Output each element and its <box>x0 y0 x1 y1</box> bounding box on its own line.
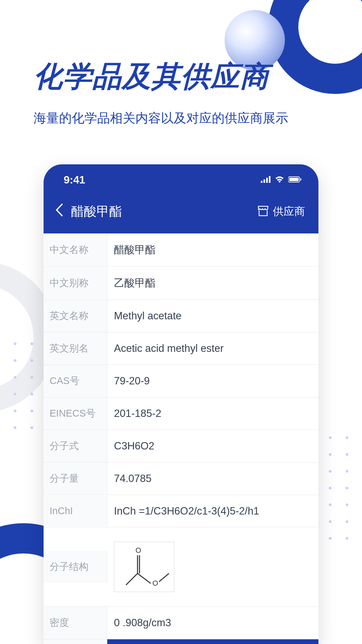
svg-line-7 <box>126 574 138 585</box>
header-section: 化学品及其供应商 海量的化学品相关内容以及对应的供应商展示 <box>0 0 362 127</box>
table-row: EINECS号 201-185-2 <box>44 397 318 430</box>
detail-value-melting: -98℃ <box>107 640 318 644</box>
page-subtitle: 海量的化学品相关内容以及对应的供应商展示 <box>34 110 328 127</box>
detail-label-cas: CAS号 <box>44 365 107 397</box>
detail-label-einecs: EINECS号 <box>44 397 107 430</box>
table-row: 分子量 74.0785 <box>44 463 318 495</box>
table-row: 密度 0 .908g/cm3 <box>44 607 318 639</box>
detail-value-english-name: Methyl acetate <box>107 301 318 331</box>
table-row: CAS号 79-20-9 <box>44 365 318 397</box>
detail-value-chinese-name: 醋酸甲酯 <box>107 233 318 266</box>
detail-value-weight: 74.0785 <box>107 463 318 494</box>
molecule-structure-image: O O <box>114 542 174 592</box>
svg-rect-2 <box>266 178 268 183</box>
detail-label-chinese-alias: 中文别称 <box>44 267 107 299</box>
detail-label-inchi: InChI <box>44 496 107 526</box>
detail-value-chinese-alias: 乙酸甲酯 <box>107 267 318 300</box>
detail-value-formula: C3H6O2 <box>107 431 318 462</box>
detail-label-structure: 分子结构 <box>44 551 107 583</box>
detail-label-formula: 分子式 <box>44 430 107 462</box>
detail-label-melting: 熔点 <box>44 639 107 644</box>
table-row: InChI InCh =1/C3H6O2/c1-3(4)5-2/h1 <box>44 495 318 527</box>
shop-icon <box>257 206 269 218</box>
table-row: 分子结构 O O <box>44 527 318 607</box>
nav-left: 醋酸甲酯 <box>55 203 122 220</box>
status-icons <box>261 176 302 184</box>
table-row: 英文名称 Methyl acetate <box>44 300 318 332</box>
svg-text:O: O <box>135 546 141 554</box>
svg-line-12 <box>159 574 169 582</box>
table-row: 熔点 -98℃ <box>44 639 318 644</box>
detail-value-inchi: InCh =1/C3H6O2/c1-3(4)5-2/h1 <box>107 496 318 527</box>
svg-rect-3 <box>269 176 270 183</box>
status-time: 9:41 <box>64 174 85 186</box>
svg-text:O: O <box>153 579 158 587</box>
svg-rect-5 <box>289 178 299 181</box>
detail-label-weight: 分子量 <box>44 463 107 495</box>
detail-value-structure: O O <box>107 527 318 606</box>
table-row: 分子式 C3H6O2 <box>44 430 318 463</box>
detail-value-english-alias: Acetic acid methyl ester <box>107 333 318 364</box>
detail-label-density: 密度 <box>44 607 107 639</box>
nav-title: 醋酸甲酯 <box>71 203 122 220</box>
battery-icon <box>288 176 302 184</box>
table-row: 中文别称 乙酸甲酯 <box>44 267 318 300</box>
signal-icon <box>261 176 271 184</box>
wifi-icon <box>275 176 284 184</box>
detail-label-english-name: 英文名称 <box>44 300 107 332</box>
svg-rect-0 <box>261 181 262 183</box>
status-bar: 9:41 <box>44 164 318 190</box>
detail-label-english-alias: 英文别名 <box>44 332 107 365</box>
table-row: 英文别名 Acetic acid methyl ester <box>44 332 318 365</box>
svg-line-10 <box>137 574 150 584</box>
phone-mockup: 9:41 <box>44 164 318 644</box>
detail-table: 中文名称 醋酸甲酯 中文别称 乙酸甲酯 英文名称 Methyl acetate … <box>44 233 318 639</box>
supplier-button[interactable]: 供应商 <box>257 204 305 219</box>
page-title: 化学品及其供应商 <box>34 57 328 96</box>
nav-bar: 醋酸甲酯 供应商 <box>44 190 318 233</box>
supplier-label: 供应商 <box>273 204 305 219</box>
svg-rect-6 <box>300 178 301 180</box>
detail-value-einecs: 201-185-2 <box>107 398 318 429</box>
table-row: 中文名称 醋酸甲酯 <box>44 233 318 267</box>
back-icon[interactable] <box>55 204 63 220</box>
detail-label-chinese-name: 中文名称 <box>44 234 107 266</box>
svg-rect-1 <box>263 179 265 183</box>
detail-value-density: 0 .908g/cm3 <box>107 607 318 638</box>
detail-value-cas: 79-20-9 <box>107 366 318 396</box>
